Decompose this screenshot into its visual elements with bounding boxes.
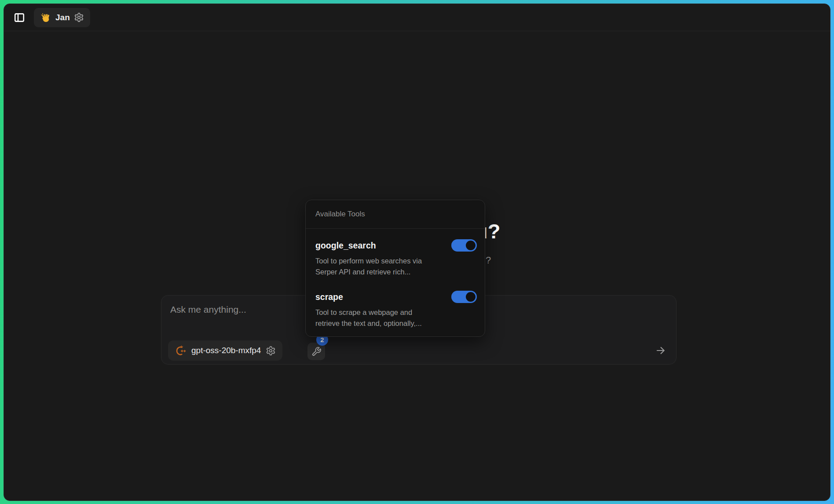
llamacpp-icon [175, 345, 187, 357]
tool-name: google_search [315, 241, 376, 251]
main-area: u? ? gpt-oss-20b-mxfp4 [4, 31, 830, 500]
tool-toggle-scrape[interactable] [451, 291, 477, 303]
panel-left-icon [14, 12, 25, 23]
available-tools-popover: Available Tools google_search Tool to pe… [305, 200, 485, 337]
toggle-knob [466, 241, 476, 250]
app-window: Jan u? ? [4, 4, 830, 501]
send-button[interactable] [654, 344, 667, 357]
tool-description: Tool to scrape a webpage and retrieve th… [315, 307, 432, 329]
arrow-right-icon [655, 345, 666, 356]
model-selector-button[interactable]: gpt-oss-20b-mxfp4 [168, 340, 282, 361]
tool-toggle-google-search[interactable] [451, 239, 477, 252]
wrench-icon [311, 347, 322, 357]
model-name: gpt-oss-20b-mxfp4 [191, 346, 261, 355]
toggle-knob [466, 292, 476, 302]
popover-body: google_search Tool to perform web search… [306, 229, 485, 339]
gear-icon[interactable] [266, 346, 276, 356]
app-title: Jan [55, 13, 70, 22]
waving-hand-emoji [40, 12, 51, 23]
tool-description: Tool to perform web searches via Serper … [315, 256, 432, 278]
tool-name: scrape [315, 292, 343, 302]
top-bar: Jan [4, 4, 830, 31]
popover-title: Available Tools [306, 200, 485, 229]
tool-row-scrape: scrape Tool to scrape a webpage and retr… [315, 291, 477, 329]
gear-icon[interactable] [74, 12, 84, 22]
greeting-subheading-fragment: ? [486, 255, 491, 266]
app-menu-button[interactable]: Jan [34, 8, 90, 27]
sidebar-toggle-button[interactable] [11, 9, 28, 26]
tool-row-google-search: google_search Tool to perform web search… [315, 239, 477, 278]
